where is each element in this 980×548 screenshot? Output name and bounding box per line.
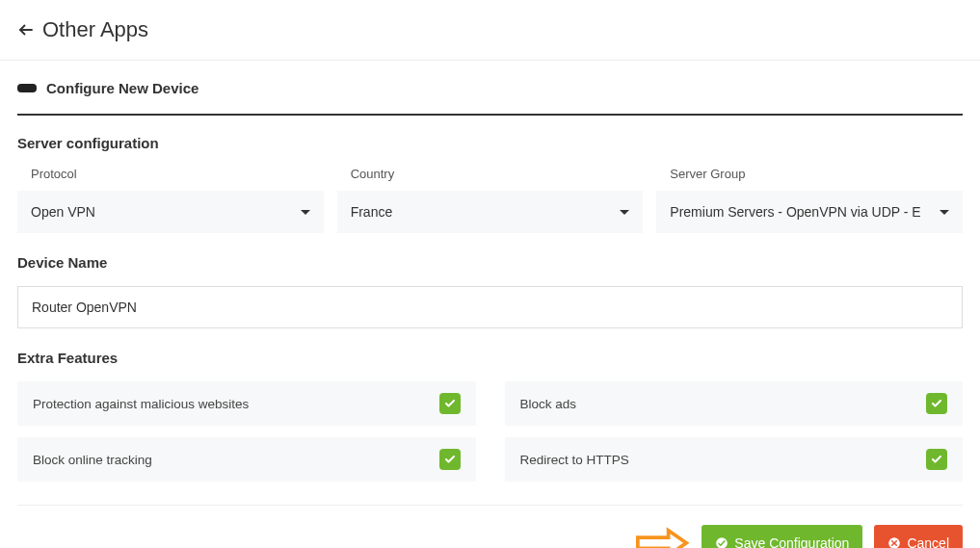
server-config-title: Server configuration [17, 135, 963, 151]
country-dropdown[interactable]: France [337, 191, 644, 233]
check-icon [444, 398, 456, 409]
device-name-input[interactable] [17, 286, 963, 328]
check-icon [931, 454, 942, 465]
feature-label: Block ads [520, 397, 577, 411]
check-circle-icon [715, 536, 728, 548]
feature-label: Block online tracking [33, 453, 152, 467]
country-value: France [351, 204, 393, 220]
section-header: Configure New Device [17, 80, 963, 116]
close-circle-icon [887, 536, 901, 548]
feature-label: Redirect to HTTPS [520, 453, 629, 467]
protocol-value: Open VPN [31, 204, 95, 220]
server-group-dropdown[interactable]: Premium Servers - OpenVPN via UDP - E [656, 191, 963, 233]
feature-toggle[interactable] [439, 449, 461, 470]
cancel-button[interactable]: Cancel [874, 525, 963, 548]
server-group-field: Server Group Premium Servers - OpenVPN v… [656, 167, 963, 233]
back-arrow-icon[interactable] [17, 21, 35, 39]
feature-item: Block online tracking [17, 437, 476, 482]
device-name-title: Device Name [17, 254, 963, 271]
feature-item: Protection against malicious websites [17, 381, 476, 426]
chevron-down-icon [940, 210, 949, 215]
server-group-label: Server Group [670, 167, 963, 181]
chevron-down-icon [301, 210, 310, 215]
feature-item: Block ads [505, 381, 964, 426]
chevron-down-icon [620, 210, 629, 215]
protocol-dropdown[interactable]: Open VPN [17, 191, 324, 233]
server-group-value: Premium Servers - OpenVPN via UDP - E [670, 204, 920, 220]
save-configuration-button[interactable]: Save Configuration [702, 525, 862, 548]
feature-toggle[interactable] [439, 393, 461, 414]
country-label: Country [351, 167, 644, 181]
highlight-arrow-icon [636, 527, 690, 548]
cancel-button-label: Cancel [907, 535, 949, 548]
check-icon [931, 398, 942, 409]
feature-label: Protection against malicious websites [33, 397, 249, 411]
save-button-label: Save Configuration [734, 535, 849, 548]
check-icon [444, 454, 456, 465]
svg-point-1 [716, 537, 728, 548]
protocol-label: Protocol [31, 167, 324, 181]
feature-toggle[interactable] [926, 393, 947, 414]
section-heading: Configure New Device [46, 80, 199, 96]
feature-toggle[interactable] [926, 449, 947, 470]
extra-features-title: Extra Features [17, 350, 963, 366]
country-field: Country France [337, 167, 644, 233]
protocol-field: Protocol Open VPN [17, 167, 324, 233]
actions-bar: Save Configuration Cancel [17, 505, 963, 548]
page-header: Other Apps [0, 0, 980, 61]
feature-item: Redirect to HTTPS [505, 437, 964, 482]
dash-icon [17, 84, 37, 92]
page-title: Other Apps [42, 17, 148, 42]
